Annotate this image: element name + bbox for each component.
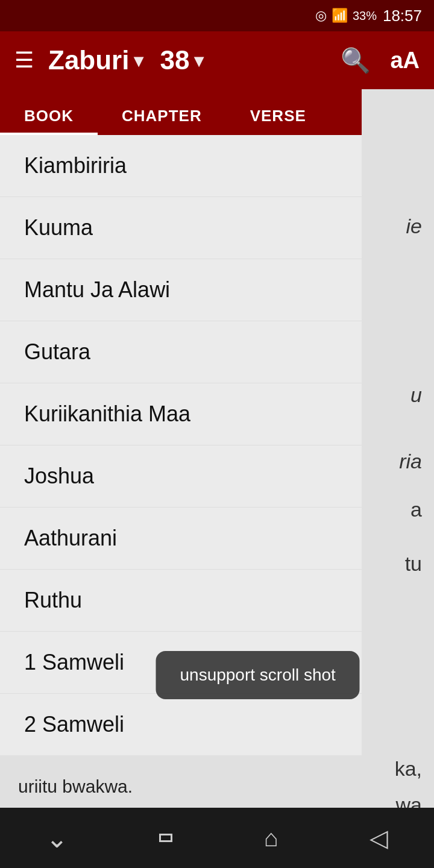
title-dropdown-arrow: ▾ bbox=[134, 50, 143, 71]
bg-text-1: ie bbox=[406, 210, 422, 242]
list-item[interactable]: Kuriikanithia Maa bbox=[0, 383, 362, 445]
list-item[interactable]: Kiambiriria bbox=[0, 135, 362, 197]
tab-chapter[interactable]: CHAPTER bbox=[98, 97, 226, 135]
list-item[interactable]: Mantu Ja Alawi bbox=[0, 259, 362, 321]
bg-text-4: a bbox=[410, 493, 422, 526]
nav-chapter-label: 38 bbox=[160, 45, 189, 75]
list-item[interactable]: Kuuma bbox=[0, 197, 362, 259]
nav-chapter-button[interactable]: 38 ▾ bbox=[160, 45, 203, 75]
status-icons: ◎ 📶 33% bbox=[315, 8, 377, 24]
toast-message: unsupport scroll shot bbox=[156, 651, 359, 699]
nav-back-icon[interactable]: ◁ bbox=[370, 824, 388, 852]
nav-home-icon[interactable]: ⌂ bbox=[264, 825, 278, 852]
tabs-bar: BOOK CHAPTER VERSE bbox=[0, 89, 362, 135]
tab-verse[interactable]: VERSE bbox=[226, 97, 330, 135]
nav-down-icon[interactable]: ⌄ bbox=[46, 823, 68, 854]
list-item[interactable]: Ruthu bbox=[0, 570, 362, 632]
bg-text-2: u bbox=[410, 379, 422, 411]
tab-book[interactable]: BOOK bbox=[0, 97, 98, 135]
signal-icon: ◎ bbox=[315, 8, 327, 24]
chapter-dropdown-arrow: ▾ bbox=[194, 50, 203, 71]
menu-icon[interactable]: ☰ bbox=[14, 48, 34, 73]
list-item[interactable]: Joshua bbox=[0, 445, 362, 508]
network-icon: 📶 bbox=[332, 8, 348, 24]
status-bar: ◎ 📶 33% 18:57 bbox=[0, 0, 434, 31]
bg-text-3: ria bbox=[399, 445, 422, 477]
nav-recents-icon[interactable] bbox=[159, 834, 172, 842]
font-size-icon[interactable]: aA bbox=[390, 48, 420, 74]
search-icon[interactable]: 🔍 bbox=[341, 46, 371, 75]
list-item[interactable]: Aathurani bbox=[0, 508, 362, 570]
nav-title-label: Zaburi bbox=[48, 45, 129, 75]
list-item[interactable]: Gutara bbox=[0, 321, 362, 383]
list-item[interactable]: 2 Samweli bbox=[0, 694, 362, 755]
nav-bar: ☰ Zaburi ▾ 38 ▾ 🔍 aA bbox=[0, 31, 434, 89]
bg-text-5: tu bbox=[405, 547, 422, 580]
battery-icon: 33% bbox=[353, 9, 377, 23]
bottom-nav: ⌄ ⌂ ◁ bbox=[0, 808, 434, 868]
nav-title-button[interactable]: Zaburi ▾ bbox=[48, 45, 143, 75]
bottom-text: uriitu bwakwa. bbox=[0, 770, 434, 803]
status-time: 18:57 bbox=[383, 7, 422, 25]
